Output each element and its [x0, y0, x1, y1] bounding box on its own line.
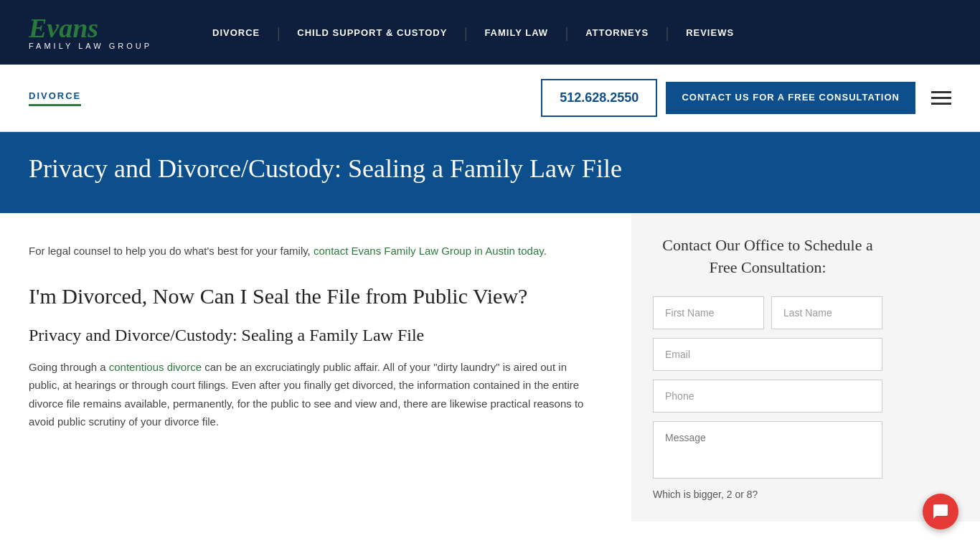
intro-paragraph: For legal counsel to help you do what's …: [29, 242, 595, 260]
logo[interactable]: Evans FAMILY LAW GROUP: [29, 14, 152, 50]
nav-item-attorneys[interactable]: ATTORNEYS: [568, 27, 666, 38]
nav-item-family-law[interactable]: FAMILY LAW: [467, 27, 565, 38]
article-area: For legal counsel to help you do what's …: [0, 213, 631, 522]
phone-button[interactable]: 512.628.2550: [541, 79, 657, 117]
email-input[interactable]: [653, 338, 882, 371]
nav-links: DIVORCE | CHILD SUPPORT & CUSTODY | FAMI…: [195, 24, 751, 41]
logo-subtitle: FAMILY LAW GROUP: [29, 42, 152, 50]
menu-line-2: [931, 97, 951, 99]
article-heading-2: I'm Divorced, Now Can I Seal the File fr…: [29, 282, 595, 310]
hamburger-menu[interactable]: [931, 91, 951, 105]
article-heading-3: Privacy and Divorce/Custody: Sealing a F…: [29, 324, 595, 347]
breadcrumb: DIVORCE: [29, 90, 81, 106]
email-row: [653, 338, 882, 380]
top-navigation: Evans FAMILY LAW GROUP DIVORCE | CHILD S…: [0, 0, 980, 65]
page-title: Privacy and Divorce/Custody: Sealing a F…: [29, 154, 951, 184]
sub-header: DIVORCE 512.628.2550 CONTACT US FOR A FR…: [0, 65, 980, 132]
security-question: Which is bigger, 2 or 8?: [653, 489, 882, 500]
name-row: [653, 296, 882, 329]
nav-item-reviews[interactable]: REVIEWS: [669, 27, 751, 38]
contentious-divorce-link[interactable]: contentious divorce: [109, 361, 202, 373]
intro-link[interactable]: contact Evans Family Law Group in Austin…: [314, 245, 544, 257]
message-textarea[interactable]: [653, 421, 882, 479]
chat-icon: [932, 503, 949, 520]
last-name-input[interactable]: [771, 296, 882, 329]
logo-name: Evans: [29, 14, 152, 42]
intro-text-start: For legal counsel to help you do what's …: [29, 245, 314, 257]
message-row: [653, 421, 882, 481]
first-name-input[interactable]: [653, 296, 764, 329]
menu-line-1: [931, 91, 951, 93]
phone-row: [653, 380, 882, 421]
consult-button[interactable]: CONTACT US FOR A FREE CONSULTATION: [666, 82, 915, 114]
main-content: For legal counsel to help you do what's …: [0, 213, 980, 522]
sidebar-title: Contact Our Office to Schedule a Free Co…: [653, 235, 882, 279]
article-paragraph-1: Going through a contentious divorce can …: [29, 358, 595, 431]
nav-item-child-support[interactable]: CHILD SUPPORT & CUSTODY: [280, 27, 464, 38]
sidebar: Contact Our Office to Schedule a Free Co…: [631, 213, 904, 522]
hero-band: Privacy and Divorce/Custody: Sealing a F…: [0, 132, 980, 213]
nav-item-divorce[interactable]: DIVORCE: [195, 27, 277, 38]
sub-header-actions: 512.628.2550 CONTACT US FOR A FREE CONSU…: [541, 79, 951, 117]
phone-input[interactable]: [653, 380, 882, 413]
menu-line-3: [931, 103, 951, 105]
